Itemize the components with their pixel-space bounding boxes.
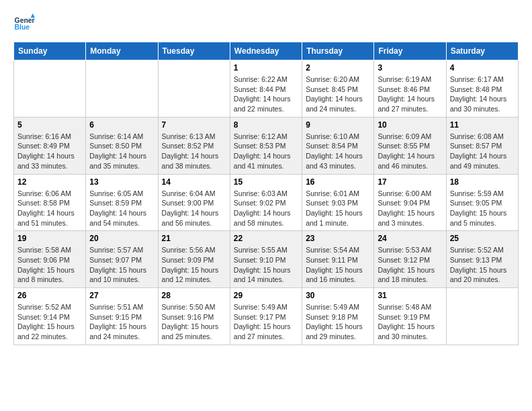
calendar-cell	[158, 60, 230, 118]
day-number: 20	[89, 234, 154, 243]
calendar-cell: 15Sunrise: 6:03 AM Sunset: 9:02 PM Dayli…	[230, 174, 302, 231]
calendar-cell: 17Sunrise: 6:00 AM Sunset: 9:04 PM Dayli…	[374, 174, 446, 231]
day-info: Sunrise: 6:04 AM Sunset: 9:00 PM Dayligh…	[162, 189, 226, 228]
calendar-cell: 21Sunrise: 5:56 AM Sunset: 9:09 PM Dayli…	[158, 231, 230, 288]
calendar-cell: 16Sunrise: 6:01 AM Sunset: 9:03 PM Dayli…	[302, 174, 374, 231]
calendar-cell: 23Sunrise: 5:54 AM Sunset: 9:11 PM Dayli…	[302, 231, 374, 288]
logo-icon: General Blue	[13, 13, 35, 35]
day-number: 15	[234, 177, 298, 187]
day-number: 13	[89, 177, 154, 187]
day-info: Sunrise: 6:03 AM Sunset: 9:02 PM Dayligh…	[234, 189, 298, 228]
day-info: Sunrise: 5:50 AM Sunset: 9:16 PM Dayligh…	[162, 302, 226, 342]
day-info: Sunrise: 6:22 AM Sunset: 8:44 PM Dayligh…	[234, 75, 298, 114]
day-number: 6	[89, 120, 154, 130]
day-number: 2	[306, 63, 370, 73]
day-info: Sunrise: 6:14 AM Sunset: 8:50 PM Dayligh…	[89, 132, 154, 171]
calendar-week-3: 12Sunrise: 6:06 AM Sunset: 8:58 PM Dayli…	[14, 174, 519, 231]
day-info: Sunrise: 6:05 AM Sunset: 8:59 PM Dayligh…	[89, 189, 154, 228]
day-number: 16	[306, 177, 370, 187]
day-info: Sunrise: 6:19 AM Sunset: 8:46 PM Dayligh…	[378, 75, 442, 114]
column-header-friday: Friday	[374, 42, 446, 60]
calendar-cell: 19Sunrise: 5:58 AM Sunset: 9:06 PM Dayli…	[14, 231, 86, 288]
calendar-cell: 13Sunrise: 6:05 AM Sunset: 8:59 PM Dayli…	[86, 174, 158, 231]
day-number: 18	[450, 177, 515, 187]
calendar-cell: 22Sunrise: 5:55 AM Sunset: 9:10 PM Dayli…	[230, 231, 302, 288]
day-number: 29	[234, 291, 298, 300]
calendar-cell: 1Sunrise: 6:22 AM Sunset: 8:44 PM Daylig…	[230, 60, 302, 118]
calendar-cell	[86, 60, 158, 118]
calendar-cell: 12Sunrise: 6:06 AM Sunset: 8:58 PM Dayli…	[14, 174, 86, 231]
column-header-saturday: Saturday	[446, 42, 518, 60]
day-number: 23	[306, 234, 370, 243]
day-info: Sunrise: 5:49 AM Sunset: 9:18 PM Dayligh…	[306, 302, 370, 342]
day-number: 7	[162, 120, 226, 130]
calendar-cell: 6Sunrise: 6:14 AM Sunset: 8:50 PM Daylig…	[86, 117, 158, 174]
calendar-week-5: 26Sunrise: 5:52 AM Sunset: 9:14 PM Dayli…	[14, 288, 519, 345]
day-info: Sunrise: 5:58 AM Sunset: 9:06 PM Dayligh…	[17, 245, 82, 285]
day-info: Sunrise: 6:16 AM Sunset: 8:49 PM Dayligh…	[17, 132, 82, 171]
calendar-cell: 29Sunrise: 5:49 AM Sunset: 9:17 PM Dayli…	[230, 288, 302, 345]
svg-text:Blue: Blue	[15, 24, 30, 31]
calendar-cell: 10Sunrise: 6:09 AM Sunset: 8:55 PM Dayli…	[374, 117, 446, 174]
calendar-cell: 9Sunrise: 6:10 AM Sunset: 8:54 PM Daylig…	[302, 117, 374, 174]
day-number: 3	[378, 63, 442, 73]
day-info: Sunrise: 6:13 AM Sunset: 8:52 PM Dayligh…	[162, 132, 226, 171]
day-number: 5	[17, 120, 82, 130]
day-info: Sunrise: 6:00 AM Sunset: 9:04 PM Dayligh…	[378, 189, 442, 228]
day-number: 14	[162, 177, 226, 187]
day-info: Sunrise: 6:09 AM Sunset: 8:55 PM Dayligh…	[378, 132, 442, 171]
calendar-cell	[14, 60, 86, 118]
calendar-cell: 26Sunrise: 5:52 AM Sunset: 9:14 PM Dayli…	[14, 288, 86, 345]
day-number: 4	[450, 63, 515, 73]
column-header-wednesday: Wednesday	[230, 42, 302, 60]
day-number: 21	[162, 234, 226, 243]
calendar-week-4: 19Sunrise: 5:58 AM Sunset: 9:06 PM Dayli…	[14, 231, 519, 288]
day-info: Sunrise: 6:06 AM Sunset: 8:58 PM Dayligh…	[17, 189, 82, 228]
header: General Blue	[13, 13, 519, 35]
calendar-cell: 11Sunrise: 6:08 AM Sunset: 8:57 PM Dayli…	[446, 117, 518, 174]
day-number: 31	[378, 291, 442, 300]
day-info: Sunrise: 5:59 AM Sunset: 9:05 PM Dayligh…	[450, 189, 515, 228]
day-number: 24	[378, 234, 442, 243]
day-info: Sunrise: 5:57 AM Sunset: 9:07 PM Dayligh…	[89, 245, 154, 285]
column-header-monday: Monday	[86, 42, 158, 60]
day-number: 8	[234, 120, 298, 130]
svg-marker-2	[31, 13, 35, 17]
day-info: Sunrise: 6:08 AM Sunset: 8:57 PM Dayligh…	[450, 132, 515, 171]
day-number: 1	[234, 63, 298, 73]
calendar-cell: 27Sunrise: 5:51 AM Sunset: 9:15 PM Dayli…	[86, 288, 158, 345]
day-info: Sunrise: 5:52 AM Sunset: 9:13 PM Dayligh…	[450, 245, 515, 285]
calendar-cell: 24Sunrise: 5:53 AM Sunset: 9:12 PM Dayli…	[374, 231, 446, 288]
day-info: Sunrise: 5:52 AM Sunset: 9:14 PM Dayligh…	[17, 302, 82, 342]
day-info: Sunrise: 5:55 AM Sunset: 9:10 PM Dayligh…	[234, 245, 298, 285]
day-number: 11	[450, 120, 515, 130]
day-info: Sunrise: 6:12 AM Sunset: 8:53 PM Dayligh…	[234, 132, 298, 171]
day-info: Sunrise: 5:51 AM Sunset: 9:15 PM Dayligh…	[89, 302, 154, 342]
day-number: 28	[162, 291, 226, 300]
calendar-cell: 14Sunrise: 6:04 AM Sunset: 9:00 PM Dayli…	[158, 174, 230, 231]
day-number: 9	[306, 120, 370, 130]
calendar-header-row: SundayMondayTuesdayWednesdayThursdayFrid…	[14, 42, 519, 60]
calendar-week-1: 1Sunrise: 6:22 AM Sunset: 8:44 PM Daylig…	[14, 60, 519, 118]
day-number: 19	[17, 234, 82, 243]
day-number: 22	[234, 234, 298, 243]
column-header-sunday: Sunday	[14, 42, 86, 60]
calendar-cell: 30Sunrise: 5:49 AM Sunset: 9:18 PM Dayli…	[302, 288, 374, 345]
calendar-cell: 8Sunrise: 6:12 AM Sunset: 8:53 PM Daylig…	[230, 117, 302, 174]
day-info: Sunrise: 5:49 AM Sunset: 9:17 PM Dayligh…	[234, 302, 298, 342]
day-info: Sunrise: 5:56 AM Sunset: 9:09 PM Dayligh…	[162, 245, 226, 285]
calendar-cell: 25Sunrise: 5:52 AM Sunset: 9:13 PM Dayli…	[446, 231, 518, 288]
calendar-cell	[446, 288, 518, 345]
day-info: Sunrise: 5:53 AM Sunset: 9:12 PM Dayligh…	[378, 245, 442, 285]
day-number: 10	[378, 120, 442, 130]
calendar-cell: 31Sunrise: 5:48 AM Sunset: 9:19 PM Dayli…	[374, 288, 446, 345]
day-number: 30	[306, 291, 370, 300]
day-info: Sunrise: 5:54 AM Sunset: 9:11 PM Dayligh…	[306, 245, 370, 285]
day-info: Sunrise: 5:48 AM Sunset: 9:19 PM Dayligh…	[378, 302, 442, 342]
column-header-tuesday: Tuesday	[158, 42, 230, 60]
column-header-thursday: Thursday	[302, 42, 374, 60]
calendar-cell: 28Sunrise: 5:50 AM Sunset: 9:16 PM Dayli…	[158, 288, 230, 345]
calendar-table: SundayMondayTuesdayWednesdayThursdayFrid…	[13, 42, 519, 345]
calendar-cell: 18Sunrise: 5:59 AM Sunset: 9:05 PM Dayli…	[446, 174, 518, 231]
day-info: Sunrise: 6:10 AM Sunset: 8:54 PM Dayligh…	[306, 132, 370, 171]
